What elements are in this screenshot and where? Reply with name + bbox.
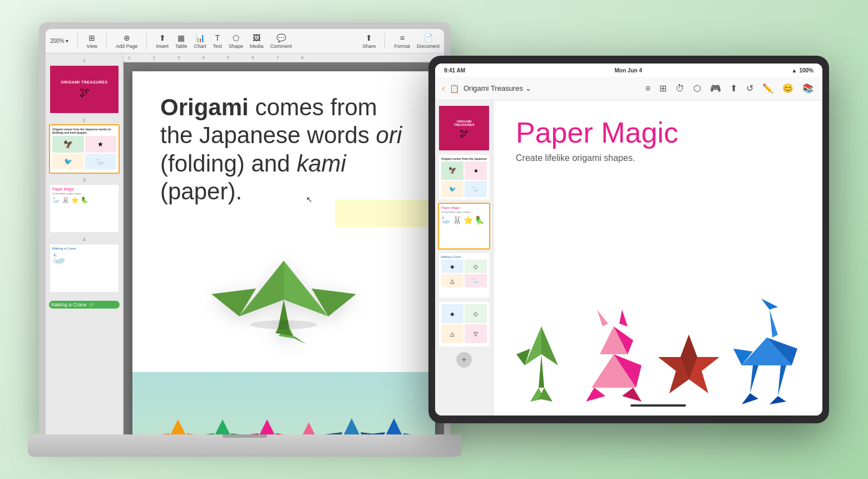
ipad-tool-grid[interactable]: ⊞	[657, 81, 669, 96]
step-2: ◇	[465, 260, 487, 273]
view-label: View	[87, 43, 97, 49]
document-label: Document	[417, 43, 440, 49]
ipad-tool-library[interactable]: 📚	[800, 81, 816, 96]
thumbnail-3[interactable]: 3 Paper Magic Create lifelike origami sh…	[49, 177, 120, 233]
thumb-number-3: 3	[49, 177, 120, 183]
ruler-mark-7: 7	[277, 55, 279, 60]
toolbar-document[interactable]: 📄 Document	[417, 33, 440, 49]
shape-label: Shape	[229, 43, 243, 49]
zoom-chevron: ▾	[66, 38, 68, 44]
toolbar-format[interactable]: ≡ Format	[394, 33, 410, 49]
thumb2-text: Origami comes from the Japanese words or…	[52, 128, 116, 134]
toolbar-comment[interactable]: 💬 Comment	[270, 33, 292, 49]
text-label: Text	[213, 43, 223, 49]
ipad-main-content: Paper Magic Create lifelike origami shap…	[494, 100, 822, 416]
doc-bird-area	[132, 222, 435, 372]
ruler-mark-6: 6	[251, 55, 254, 60]
ipad-thumbnail-5[interactable]: ◈ ◇ △ ▽	[438, 301, 490, 348]
media-label: Media	[250, 43, 264, 49]
zoom-control[interactable]: 200% ▾	[50, 38, 68, 44]
table-label: Table	[175, 43, 188, 49]
comment-label: Comment	[270, 43, 292, 49]
thumbnail-1[interactable]: 1 ORIGAMI TREASURES 🕊	[49, 58, 120, 114]
thumb2-grid: 🦅 ★ 🐦 🦢	[52, 136, 116, 169]
status-time: 9:41 AM	[444, 67, 465, 74]
cover-title: ORIGAMI TREASURES	[61, 80, 107, 85]
add-page-icon: ⊕	[124, 33, 130, 42]
canvas-scroll[interactable]: Origami comes from the Japanese words or…	[124, 62, 444, 434]
toolbar-view[interactable]: ⊞ View	[87, 33, 97, 49]
doc-bird-emoji	[211, 227, 356, 366]
thumb-number-1: 1	[49, 58, 120, 63]
thumb1-bg: ORIGAMI TREASURES 🕊	[50, 66, 119, 113]
ipad-thumbnail-1[interactable]: ORIGAMITREASURES 🕊	[438, 105, 490, 151]
doc-title-chevron: ⌄	[525, 84, 531, 92]
ruler-mark-3: 3	[177, 55, 180, 60]
ipad-tool-list[interactable]: ≡	[643, 81, 653, 96]
ipad-tool-undo[interactable]: ↺	[744, 81, 756, 96]
chart-icon: 📊	[195, 33, 205, 42]
heading-kami: kami	[297, 150, 346, 177]
ipad-thumb-5-grid: ◈ ◇ △ ▽	[441, 304, 487, 343]
bottom-birds-svg	[145, 386, 423, 434]
svg-marker-57	[770, 396, 786, 404]
ruler-mark-4: 4	[202, 55, 204, 60]
ipad-thumb-cover-title: ORIGAMITREASURES	[451, 118, 476, 129]
ipad-thumbnail-3[interactable]: Paper Magic Create lifelike origami shap…	[438, 203, 490, 250]
toolbar-insert[interactable]: ⬆ Insert	[156, 33, 169, 49]
svg-marker-45	[586, 388, 605, 402]
thumb3-sub: Create lifelike origami shapes.	[52, 192, 116, 195]
toolbar-media[interactable]: 🖼 Media	[250, 33, 264, 49]
ipad-tool-pencil[interactable]: ✏️	[760, 81, 776, 96]
ipad-thumb-2-cell1: 🦅	[441, 162, 463, 180]
toolbar-table[interactable]: ▦ Table	[175, 33, 188, 49]
table-icon: ▦	[177, 33, 185, 42]
thumbnail-2[interactable]: 2 Origami comes from the Japanese words …	[49, 118, 120, 174]
svg-marker-21	[294, 422, 324, 434]
cursor: ↖	[306, 195, 313, 204]
format-label: Format	[394, 43, 410, 49]
ruler-mark-2: 2	[152, 55, 155, 60]
step-5: ◈	[441, 304, 463, 323]
ipad-tool-emoji[interactable]: 😊	[780, 81, 796, 96]
ipad-tool-share[interactable]: ⬆	[728, 81, 739, 96]
thumb3-animals: 🦢 🐰 ⭐ 🦜	[52, 197, 116, 204]
chart-label: Chart	[194, 43, 206, 49]
toolbar-add-page[interactable]: ⊕ Add Page	[116, 33, 138, 49]
thumb1-crane-icon: 🕊	[80, 87, 90, 99]
ipad-thumbnail-2[interactable]: Origami comes from the Japanese 🦅 ★ 🐦 🦢	[438, 154, 490, 201]
share-icon: ⬆	[366, 33, 372, 42]
svg-marker-13	[206, 419, 239, 434]
zoom-value: 200%	[50, 38, 65, 44]
ipad-add-page-button[interactable]: +	[456, 352, 472, 368]
insert-label: Insert	[156, 43, 169, 49]
thumbnail-4[interactable]: 4 Making a Crane 🦢	[49, 237, 120, 293]
ipad-thumb-2-cell2: ★	[465, 162, 487, 180]
ipad-tool-clock[interactable]: ⏱	[673, 81, 687, 96]
svg-marker-7	[239, 261, 284, 316]
pages-canvas: 1 2 3 4 5 6 7 8	[124, 53, 444, 434]
ipad-tool-game[interactable]: 🎮	[708, 81, 723, 96]
toolbar-sep-2	[106, 33, 107, 49]
ipad-back-button[interactable]: ‹	[442, 82, 445, 94]
svg-marker-43	[597, 310, 608, 326]
pages-toolbar: 200% ▾ ⊞ View ⊕ Add Page ⬆ Insert	[46, 29, 444, 53]
toolbar-text[interactable]: T Text	[213, 33, 223, 49]
ipad-thumb-4-title: Making a Crane	[441, 255, 487, 258]
toolbar-shape[interactable]: ⬠ Shape	[229, 33, 243, 49]
origami-rabbit-pink	[580, 310, 647, 404]
laptop-base	[28, 434, 462, 457]
thumb3-bg: Paper Magic Create lifelike origami shap…	[50, 185, 119, 232]
ruler-bar: 1 2 3 4 5 6 7 8	[124, 53, 444, 62]
ipad-thumb-3-sub: Create lifelike origami shapes.	[441, 211, 487, 213]
thumb-inner-2: Origami comes from the Japanese words or…	[50, 125, 119, 173]
ipad-tool-shape[interactable]: ⬡	[691, 81, 703, 96]
thumb4-bg: Making a Crane 🦢	[50, 245, 119, 292]
thumb4-title: Making a Crane	[52, 247, 116, 250]
comment-icon: 💬	[277, 33, 286, 42]
toolbar-chart[interactable]: 📊 Chart	[194, 33, 206, 49]
ipad-thumb-2-cell4: 🦢	[465, 181, 487, 198]
ipad-thumbnail-4[interactable]: Making a Crane ◈ ◇ △ 🦢	[438, 252, 490, 299]
ipad-screen: 9:41 AM Mon Jun 4 ▲ 100% ‹ 📋 Origami Tre…	[435, 63, 822, 416]
toolbar-share[interactable]: ⬆ Share	[362, 33, 376, 49]
